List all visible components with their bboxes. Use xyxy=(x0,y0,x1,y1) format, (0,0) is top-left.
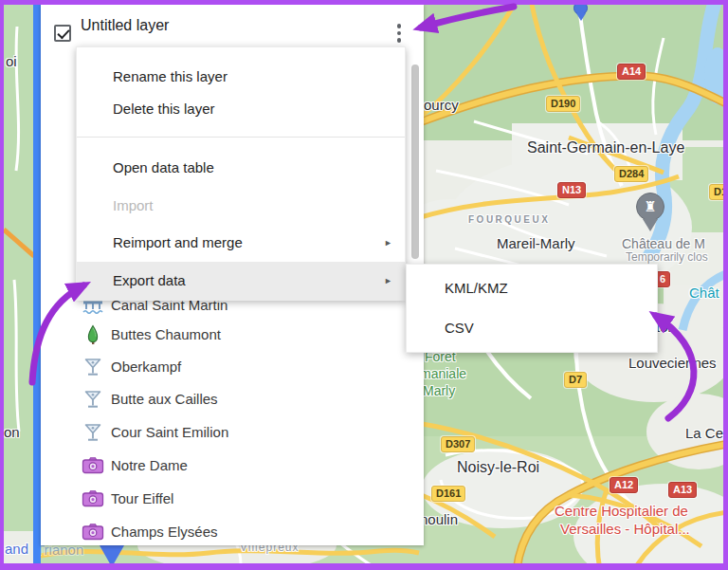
list-item[interactable]: Notre Dame xyxy=(41,452,424,479)
my-maps-screenshot: oi on ourcy Saint-Germain-en-Laye FOURQU… xyxy=(0,0,728,570)
list-item[interactable]: Cour Saint Emilion xyxy=(41,419,424,446)
map-label-chateau-teal: Chât xyxy=(689,285,719,301)
map-label-la-celle: La Ce xyxy=(685,425,723,441)
camera-icon xyxy=(82,455,104,476)
castle-icon: ♜ xyxy=(636,193,664,221)
layer-options-menu: Rename this layer Delete this layer Open… xyxy=(76,46,406,301)
cocktail-icon xyxy=(82,357,104,377)
list-item-label: Tour Eiffel xyxy=(111,486,173,512)
map-label-fragment: oi xyxy=(6,53,17,69)
road-badge-d190: D190 xyxy=(546,96,580,112)
menu-separator xyxy=(77,137,405,138)
layer-visibility-checkbox[interactable] xyxy=(54,25,71,42)
map-label-hospital-line2: Versailles - Hôpital... xyxy=(560,521,690,537)
road-badge-d7: D7 xyxy=(564,372,587,388)
castle-poi-pin[interactable]: ♜ xyxy=(636,193,664,234)
map-label-rennemoulin: noulin xyxy=(420,511,458,527)
map-label-louveciennes: Louveciennes xyxy=(628,355,717,371)
map-marker-pin[interactable] xyxy=(100,545,124,567)
submenu-arrow-icon: ► xyxy=(384,226,392,260)
map-label-fourqueux: FOURQUEUX xyxy=(468,214,550,225)
list-item-label: Notre Dame xyxy=(111,452,188,479)
map-label-fragment: toi xyxy=(656,319,671,335)
road-badge-n13: N13 xyxy=(557,182,586,198)
map-label-chateau: Château de M xyxy=(622,236,705,251)
menu-item-delete-layer[interactable]: Delete this layer xyxy=(77,92,405,126)
road-badge-d284: D284 xyxy=(614,166,648,182)
submenu-arrow-icon: ► xyxy=(384,262,392,300)
list-item[interactable]: Tour Eiffel xyxy=(41,486,424,512)
submenu-item-kml-kmz[interactable]: KML/KMZ xyxy=(407,270,657,306)
map-label-temporarily-closed: Temporarily clos xyxy=(626,250,708,264)
tree-icon xyxy=(82,324,104,345)
map-label-trianon-part1: and xyxy=(5,541,28,557)
panel-scrollbar[interactable] xyxy=(411,64,419,259)
road-badge-a13: A13 xyxy=(668,482,697,498)
list-item[interactable]: Butte aux Cailles xyxy=(41,386,424,413)
road-badge-d307: D307 xyxy=(441,436,475,452)
menu-item-open-data-table[interactable]: Open data table xyxy=(77,151,405,185)
road-badge-a14: A14 xyxy=(617,64,646,80)
map-label-chambourcy: ourcy xyxy=(424,97,459,113)
cocktail-icon xyxy=(82,422,104,443)
map-label-mareil-marly: Mareil-Marly xyxy=(497,235,575,251)
menu-item-reimport-and-merge[interactable]: Reimport and merge ► xyxy=(77,226,405,260)
list-item-label: Butte aux Cailles xyxy=(111,386,218,413)
camera-icon xyxy=(82,488,104,509)
list-item-label: Cour Saint Emilion xyxy=(111,419,228,446)
map-label-marly: Marly xyxy=(423,383,455,398)
road-badge-a12: A12 xyxy=(610,477,638,493)
list-item[interactable]: Buttes Chaumont xyxy=(41,322,424,348)
list-item-label: Champs Elysées xyxy=(111,519,218,545)
road-badge-d161: D161 xyxy=(431,486,465,502)
map-label-fragment: on xyxy=(4,424,20,440)
selected-layer-indicator xyxy=(33,4,41,566)
list-item[interactable]: Oberkampf xyxy=(41,354,424,380)
layer-options-icon[interactable] xyxy=(390,20,409,46)
list-item[interactable]: Champs Elysées xyxy=(41,519,424,545)
map-marker-pin[interactable] xyxy=(573,1,589,22)
map-label-domaniale: maniale xyxy=(420,366,466,381)
list-item-label: Oberkampf xyxy=(111,354,181,380)
layer-name: Untitled layer xyxy=(81,17,169,34)
submenu-item-csv[interactable]: CSV xyxy=(407,310,657,346)
cocktail-icon xyxy=(82,389,104,410)
map-label-hospital-line1: Centre Hospitalier de xyxy=(555,503,688,519)
road-badge-d1: D1 xyxy=(709,184,728,200)
menu-item-import: Import xyxy=(77,189,405,223)
menu-item-rename-layer[interactable]: Rename this layer xyxy=(77,60,405,94)
menu-item-export-data[interactable]: Export data ► xyxy=(77,262,405,300)
camera-icon xyxy=(82,522,104,542)
export-data-submenu: KML/KMZ CSV xyxy=(406,264,658,353)
map-label-saint-germain: Saint-Germain-en-Laye xyxy=(527,139,684,156)
map-label-noisy-le-roi: Noisy-le-Roi xyxy=(457,459,539,476)
list-item-label: Buttes Chaumont xyxy=(111,322,221,348)
